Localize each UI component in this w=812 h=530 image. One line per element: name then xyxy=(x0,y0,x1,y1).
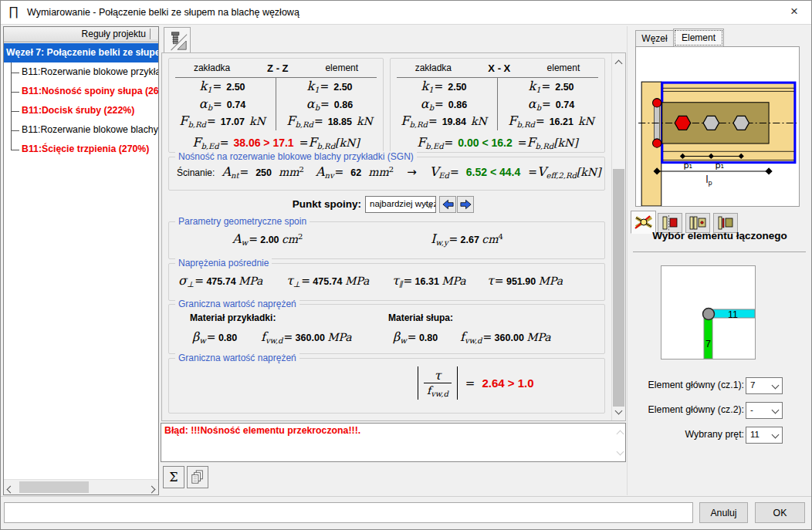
selector-title: Wybór elementu łączonego xyxy=(628,230,811,241)
error-message-box: Błąd: !!!Nośność elementu przekroczona!!… xyxy=(161,423,626,462)
plate-connection-icon-1 xyxy=(661,215,679,231)
tab-weld-bolt[interactable] xyxy=(164,27,191,54)
sigma-perp-formula: σ⊥= 475.74 MPa xyxy=(178,273,262,289)
final-check-title: Graniczna wartość naprężeń xyxy=(175,353,299,363)
arrow-left-icon xyxy=(442,199,455,210)
chevron-down-icon xyxy=(772,431,780,439)
stresses-title: Naprężenia pośrednie xyxy=(175,258,272,268)
error-scroll-down-icon[interactable] xyxy=(617,446,623,457)
weld-point-select[interactable]: najbardziej wytężony xyxy=(365,196,436,213)
design-rules-panel: Reguły projektu Węzeł 7: Połączenie belk… xyxy=(3,26,159,495)
arrow-right-glyph: → xyxy=(407,165,417,179)
cancel-button[interactable]: Anuluj xyxy=(699,502,748,523)
tree-item-node7[interactable]: Węzeł 7: Połączenie belki ze słupem xyxy=(4,43,158,62)
material-plate-label: Materiał przykładki: xyxy=(190,312,276,323)
bolt-weld-icon xyxy=(167,30,188,52)
close-button[interactable]: × xyxy=(777,1,811,24)
bearing-zz-check: Fb,Ed= 38.06 > 17.1 =Fb,Rd[kN] xyxy=(169,135,383,150)
close-icon: × xyxy=(790,4,798,19)
error-scroll-up-icon[interactable] xyxy=(617,428,623,439)
tree-item-rule4[interactable]: B11:Rozerwanie blokowe blachy przykładki xyxy=(11,120,158,140)
bearing-xx-element-col: k1=2.50 αb=0.74 Fb,Rd=16.21kN xyxy=(498,78,604,130)
weld-point-bottom xyxy=(653,139,661,147)
tree-item-rule3[interactable]: B11:Docisk śruby (222%) xyxy=(11,101,158,120)
bearing-xx-zakladka-col: k1=2.50 αb=0.86 Fb,Rd=19.84kN xyxy=(391,78,498,130)
bolt-gray-2 xyxy=(733,116,749,130)
bolt-gray-1 xyxy=(703,116,719,130)
tree-horizontal-scrollbar[interactable] xyxy=(4,479,158,495)
tau-perp-formula: τ⊥= 475.74 MPa xyxy=(286,273,369,289)
content-scroll-thumb[interactable] xyxy=(613,169,624,407)
main-element-2-select[interactable]: - xyxy=(746,402,783,419)
tau-total-formula: τ= 951.90 MPa xyxy=(487,273,563,288)
arrow-right-icon xyxy=(459,199,472,210)
final-check-value: 2.64 > 1.0 xyxy=(482,376,533,390)
window-title: Wymiarowanie - Połączenie belki ze słupe… xyxy=(27,1,299,24)
selector-divider xyxy=(633,251,806,252)
sum-button[interactable]: Σ xyxy=(163,466,184,488)
weld-geometry-group: Parametry geometryczne spoin Aw= 2.00 cm… xyxy=(168,221,605,259)
tau-over-fvwd-fraction: τ fvw,d xyxy=(418,366,458,400)
scroll-down-icon[interactable] xyxy=(616,405,621,416)
bearing-table-xx-header: zakładka X - X element xyxy=(397,59,598,78)
plate-connection-icon-3 xyxy=(716,215,735,231)
bearing-table-zz-header: zakładka Z - Z element xyxy=(175,59,377,78)
scroll-left-icon[interactable] xyxy=(8,484,13,495)
chevron-down-icon xyxy=(772,407,780,414)
block-tear-check-value: 6.52 < 44.4 xyxy=(466,166,520,178)
copy-button[interactable] xyxy=(187,466,208,488)
member-picker: 11 7 xyxy=(661,265,756,360)
fvwd-column: fvw,d= 360.00 MPa xyxy=(460,329,551,345)
material-column-label: Materiał słupa: xyxy=(388,312,453,323)
sigma-icon: Σ xyxy=(169,470,178,484)
main-panel: zakładka Z - Z element k1=2.50 αb=0.74 F… xyxy=(161,26,626,495)
tree-header-label: Reguły projektu xyxy=(82,29,146,39)
bolt-red xyxy=(675,116,690,130)
tree-header-splitter[interactable] xyxy=(150,29,157,39)
selected-member-label: Wybrany pręt: xyxy=(628,429,744,440)
tree-header[interactable]: Reguły projektu xyxy=(4,27,158,42)
tree-item-rule5[interactable]: B11:Ścięcie trzpienia (270%) xyxy=(11,140,158,159)
tree-item-rule1[interactable]: B11:Rozerwanie blokowe przykładki xyxy=(11,62,158,82)
tab-element[interactable]: Element xyxy=(673,29,724,47)
weld-area-formula: Aw= 2.00 cm2 xyxy=(232,231,303,247)
block-tear-formula: Ścinanie: Ant= 250 mm2 Anv= 62 mm2 → VEd… xyxy=(177,164,601,180)
connection-preview: p₁ p₁ lp xyxy=(635,46,800,207)
weld-point-top xyxy=(653,99,661,107)
preview-panel: Węzeł Element xyxy=(628,26,811,495)
bearing-zz-check-value: 38.06 > 17.1 xyxy=(233,137,293,149)
bearing-xx-check-value: 0.00 < 16.2 xyxy=(458,137,512,149)
node-connection-icon xyxy=(634,214,654,230)
main-element-1-label: Element główny (cz.1): xyxy=(628,380,744,390)
final-check-group: Graniczna wartość naprężeń τ fvw,d = 2.6… xyxy=(168,358,605,414)
ok-button[interactable]: OK xyxy=(755,502,805,523)
block-tear-group: Nośność na rozerwanie blokowe blachy prz… xyxy=(168,157,605,191)
tree-item-rule2[interactable]: B11:Nośność spoiny słupa (264%) xyxy=(11,82,158,101)
stress-limits-title: Graniczna wartość naprężeń xyxy=(175,299,299,309)
stress-limits-group: Graniczna wartość naprężeń Materiał przy… xyxy=(168,304,605,354)
member-horizontal-label: 11 xyxy=(728,309,738,320)
dim-p1-label-1: p₁ xyxy=(683,160,692,170)
bearing-table-xx: zakładka X - X element k1=2.50 αb=0.86 F… xyxy=(390,58,605,153)
title-bar: ∏ Wymiarowanie - Połączenie belki ze słu… xyxy=(1,1,811,25)
weld-geometry-title: Parametry geometryczne spoin xyxy=(175,216,310,227)
weld-point-prev-button[interactable] xyxy=(439,196,456,213)
tab-wezel[interactable]: Węzeł xyxy=(635,30,674,46)
dim-p1-label-2: p₁ xyxy=(715,160,724,170)
scroll-right-icon[interactable] xyxy=(149,484,154,495)
panel-divider xyxy=(627,26,628,495)
progress-bar xyxy=(4,502,693,523)
weld-point-label: Punkt spoiny: xyxy=(208,198,361,210)
selected-member-select[interactable]: 11 xyxy=(746,427,783,444)
design-rules-tree: Węzeł 7: Połączenie belki ze słupem B11:… xyxy=(4,43,158,159)
app-icon: ∏ xyxy=(8,5,19,19)
tau-parallel-formula: τ∥= 16.31 MPa xyxy=(392,273,466,289)
connection-element-diagram: p₁ p₁ lp xyxy=(636,47,799,206)
tree-scroll-thumb[interactable] xyxy=(19,481,89,493)
dialog-window: ∏ Wymiarowanie - Połączenie belki ze słu… xyxy=(0,0,812,530)
scroll-up-icon[interactable] xyxy=(616,58,621,69)
calculation-content: zakładka Z - Z element k1=2.50 αb=0.74 F… xyxy=(161,52,626,421)
weld-point-next-button[interactable] xyxy=(457,196,474,213)
main-element-1-select[interactable]: 7 xyxy=(746,377,783,394)
content-vertical-scrollbar[interactable] xyxy=(611,53,625,420)
